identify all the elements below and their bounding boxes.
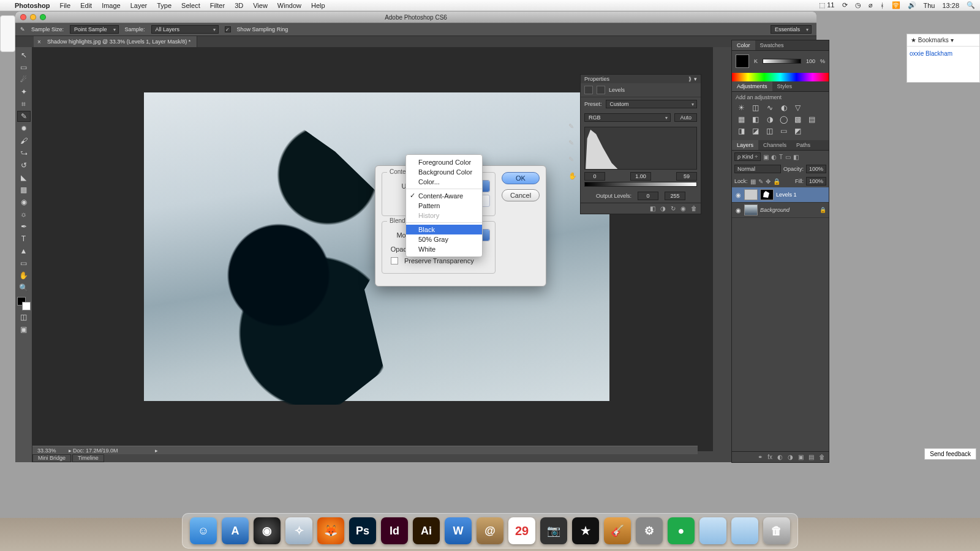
eyedropper-tool-icon[interactable]: ✎ (17, 111, 31, 122)
layer-name[interactable]: Levels 1 (776, 192, 797, 198)
dock-app-trash[interactable]: 🗑 (763, 517, 790, 544)
marquee-tool-icon[interactable]: ▭ (17, 62, 31, 73)
magic-wand-tool-icon[interactable]: ✦ (17, 86, 31, 97)
adj-curves-icon[interactable]: ∿ (765, 103, 774, 112)
link-layers-icon[interactable]: ⚭ (758, 454, 763, 460)
lasso-tool-icon[interactable]: ☄ (17, 74, 31, 85)
lock-trans-icon[interactable]: ▦ (750, 178, 756, 185)
menu-image[interactable]: Image (102, 2, 121, 9)
ok-button[interactable]: OK (502, 172, 540, 184)
dock-app-dashboard[interactable]: ◉ (254, 517, 281, 544)
bluetooth-icon[interactable]: ᚼ (880, 2, 884, 9)
dock-app-safari[interactable]: ✧ (285, 517, 312, 544)
styles-tab[interactable]: Styles (772, 81, 797, 91)
adj-balance-icon[interactable]: ◑ (765, 114, 774, 124)
adj-bw-icon[interactable]: ◧ (751, 114, 760, 124)
menu-filter[interactable]: Filter (210, 2, 225, 9)
adj-gradmap-icon[interactable]: ▭ (779, 126, 788, 135)
status-arrow-icon[interactable]: ▸ (155, 448, 158, 454)
dock-app-folder1[interactable] (699, 517, 726, 544)
white-eyedropper-icon[interactable]: ✎ (568, 156, 577, 163)
menu-file[interactable]: File (59, 2, 70, 9)
spotlight-icon[interactable]: 🔍 (967, 1, 975, 9)
sample-dropdown[interactable]: All Layers (151, 25, 219, 34)
visibility-icon[interactable]: ◉ (680, 205, 686, 212)
filter-adjust-icon[interactable]: ◐ (771, 154, 777, 160)
path-selection-tool-icon[interactable]: ▲ (17, 246, 31, 257)
sample-size-dropdown[interactable]: Point Sample (70, 25, 119, 34)
app-menu[interactable]: Photoshop (15, 2, 50, 9)
volume-icon[interactable]: 🔊 (908, 1, 916, 9)
input-white-point[interactable]: 59 (676, 172, 697, 181)
adj-photo-filter-icon[interactable]: ◯ (779, 114, 788, 124)
delete-adjustment-icon[interactable]: 🗑 (691, 205, 697, 212)
dock-app-settings[interactable]: ⚙ (636, 517, 663, 544)
popup-item-pattern[interactable]: Pattern (406, 201, 482, 211)
clone-stamp-tool-icon[interactable]: ⮑ (17, 148, 31, 159)
dock-app-contacts[interactable]: @ (477, 517, 503, 544)
adj-hue-icon[interactable]: ▦ (737, 114, 746, 124)
layer-visibility-icon[interactable]: ◉ (734, 192, 742, 198)
filter-type-icon[interactable]: T (779, 154, 783, 160)
type-tool-icon[interactable]: T (17, 233, 31, 244)
adj-lut-icon[interactable]: ▤ (807, 114, 816, 124)
layer-thumb[interactable] (744, 204, 758, 216)
dock-app-garageband[interactable]: 🎸 (604, 517, 631, 544)
zoom-tool-icon[interactable]: 🔍 (17, 282, 31, 293)
dock-app-photoshop[interactable]: Ps (349, 517, 376, 544)
layer-row-background[interactable]: ◉ Background 🔒 (732, 203, 829, 218)
output-gradient[interactable] (584, 182, 697, 187)
output-black[interactable]: 0 (638, 192, 658, 200)
adj-vibrance-icon[interactable]: ▽ (793, 103, 802, 112)
crop-tool-icon[interactable]: ⌗ (17, 99, 31, 110)
dock-app-folder2[interactable] (731, 517, 758, 544)
adjustment-thumb[interactable] (744, 189, 758, 200)
new-adjustment-icon[interactable]: ◑ (788, 454, 793, 460)
layer-name[interactable]: Background (760, 207, 790, 213)
add-mask-icon[interactable]: ◐ (777, 454, 783, 460)
dock-app-illustrator[interactable]: Ai (413, 517, 440, 544)
use-dropdown-popup[interactable]: Foreground Color Background Color Color.… (405, 154, 483, 257)
send-feedback-button[interactable]: Send feedback (924, 448, 976, 460)
adj-mixer-icon[interactable]: ▩ (793, 114, 802, 124)
timeline-tab[interactable]: Timeline (72, 454, 104, 462)
adj-invert-icon[interactable]: ◨ (737, 126, 746, 135)
dock-app-finder[interactable]: ☺ (190, 517, 217, 544)
popup-item-50gray[interactable]: 50% Gray (406, 234, 482, 244)
auto-button[interactable]: Auto (674, 113, 697, 122)
popup-item-content-aware[interactable]: Content-Aware (406, 191, 482, 201)
minimize-window-button[interactable] (30, 14, 36, 20)
menu-3d[interactable]: 3D (235, 2, 243, 9)
filter-pixel-icon[interactable]: ▣ (763, 154, 769, 160)
delete-layer-icon[interactable]: 🗑 (819, 454, 825, 460)
adj-selective-icon[interactable]: ◩ (793, 126, 802, 135)
dock-app-photobooth[interactable]: 📷 (540, 517, 567, 544)
fx-icon[interactable]: fx (767, 454, 772, 460)
zoom-level[interactable]: 33.33% (37, 448, 56, 454)
cancel-button[interactable]: Cancel (502, 189, 540, 201)
move-tool-icon[interactable]: ↖ (17, 50, 31, 61)
opacity-value[interactable]: 100% (806, 165, 826, 173)
popup-item-foreground[interactable]: Foreground Color (406, 157, 482, 167)
dock-app-calendar[interactable]: 29 (508, 517, 535, 544)
healing-brush-tool-icon[interactable]: ✹ (17, 123, 31, 134)
gray-eyedropper-icon[interactable]: ✎ (568, 139, 577, 147)
prev-state-icon[interactable]: ◑ (660, 205, 666, 212)
filter-shape-icon[interactable]: ▭ (785, 154, 791, 160)
channel-dropdown[interactable]: RGB (584, 113, 671, 122)
menubar-day[interactable]: Thu (924, 2, 935, 9)
lock-all-icon[interactable]: 🔒 (773, 178, 780, 185)
color-swatch[interactable] (736, 54, 749, 68)
reset-icon[interactable]: ↻ (671, 205, 676, 212)
color-tab[interactable]: Color (732, 40, 755, 50)
fill-value[interactable]: 100% (806, 177, 826, 186)
popup-item-black[interactable]: Black (406, 225, 482, 234)
hand-tool-icon[interactable]: ✋ (17, 270, 31, 281)
layer-row-levels1[interactable]: ◉ Levels 1 (732, 187, 829, 203)
menu-help[interactable]: Help (311, 2, 325, 9)
paths-tab[interactable]: Paths (791, 140, 815, 150)
blend-mode-dropdown[interactable]: Normal (734, 165, 781, 173)
filter-kind-dropdown[interactable]: ρ Kind ÷ (734, 152, 761, 161)
menu-layer[interactable]: Layer (130, 2, 148, 9)
menu-select[interactable]: Select (181, 2, 200, 9)
